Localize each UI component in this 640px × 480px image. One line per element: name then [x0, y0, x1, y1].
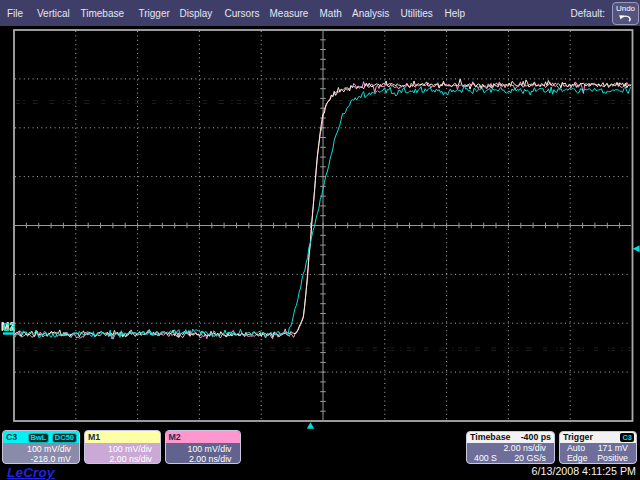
svg-text:C3: C3	[3, 322, 16, 333]
